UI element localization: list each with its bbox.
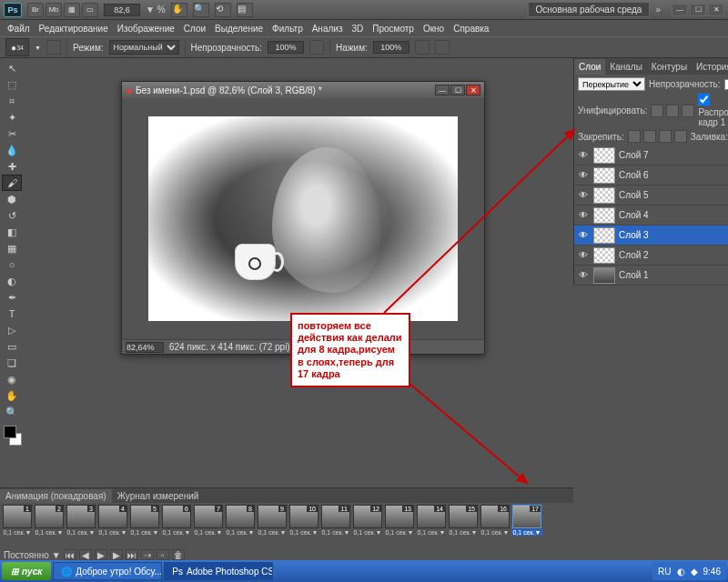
menu-edit[interactable]: Редактирование [39,24,108,34]
airbrush-icon[interactable] [415,40,430,55]
frame[interactable]: 140,1 сек.▼ [416,505,447,547]
visibility-icon[interactable]: 👁 [577,169,590,182]
frame[interactable]: 110,1 сек.▼ [320,505,351,547]
workspace-expand[interactable]: » [655,5,661,15]
brush-tool[interactable]: 🖌 [2,175,22,191]
tab-channels[interactable]: Каналы [605,59,647,75]
gradient-tool[interactable]: ▦ [2,240,22,256]
frame[interactable]: 50,1 сек.▼ [129,505,160,547]
healing-tool[interactable]: ✚ [2,158,22,175]
move-tool[interactable]: ↖ [2,60,22,76]
visibility-icon[interactable]: 👁 [577,189,590,202]
frame[interactable]: 90,1 сек.▼ [257,505,288,547]
blur-tool[interactable]: ○ [2,256,22,273]
opacity-field[interactable] [268,41,304,54]
shape-tool[interactable]: ▭ [2,338,22,355]
layer-row[interactable]: 👁Слой 2 [574,246,728,266]
new-frame-button[interactable]: ▫ [157,549,169,560]
layer-blend-select[interactable]: Перекрытие [578,77,645,91]
unify-style-icon[interactable] [682,105,694,117]
tab-measurement-log[interactable]: Журнал измерений [112,489,205,503]
menu-image[interactable]: Изображение [117,24,175,34]
frame[interactable]: 130,1 сек.▼ [384,505,415,547]
tab-layers[interactable]: Слои [574,59,605,75]
unify-pos-icon[interactable] [651,105,663,117]
frame[interactable]: 70,1 сек.▼ [193,505,224,547]
taskbar-item-1[interactable]: 🌐Доброе утро! Обсу... [53,562,162,580]
lasso-tool[interactable]: ⌗ [2,93,22,109]
doc-min-button[interactable]: — [435,85,450,95]
window-close-button[interactable]: ✕ [708,4,724,16]
hand-tool[interactable]: ✋ [2,387,22,404]
frame[interactable]: 100,1 сек.▼ [288,505,319,547]
prev-frame-button[interactable]: ◀ [79,549,92,560]
workspace-switcher[interactable]: Основная рабочая среда [528,2,651,17]
3d-tool[interactable]: ❏ [2,355,22,371]
play-button[interactable]: ▶ [95,549,107,560]
visibility-icon[interactable]: 👁 [577,249,590,262]
tab-history[interactable]: История [692,59,728,75]
path-tool[interactable]: ▷ [2,322,22,338]
mb-icon[interactable]: Mb [46,3,62,17]
visibility-icon[interactable]: 👁 [577,149,590,162]
doc-zoom-field[interactable] [126,342,164,353]
eyedropper-tool[interactable]: 💧 [2,142,22,158]
frame[interactable]: 150,1 сек.▼ [448,505,479,547]
frame[interactable]: 170,1 сек.▼ [511,505,542,547]
zoom-tool[interactable]: 🔍 [2,404,22,420]
blend-mode-select[interactable]: Нормальный [109,40,179,55]
lock-pixels-icon[interactable] [643,130,656,143]
eraser-tool[interactable]: ◧ [2,224,22,240]
menu-help[interactable]: Справка [453,24,489,34]
marquee-tool[interactable]: ⬚ [2,76,22,93]
visibility-icon[interactable]: 👁 [577,269,590,282]
system-tray[interactable]: RU ◐ ◆ 9:46 [652,562,726,580]
foreground-swatch[interactable] [4,426,16,438]
frame[interactable]: 10,1 сек.▼ [2,505,33,547]
type-tool[interactable]: T [2,306,22,322]
layer-row[interactable]: 👁Слой 4 [574,206,728,226]
history-brush-tool[interactable]: ↺ [2,207,22,224]
unify-vis-icon[interactable] [666,105,679,117]
brush-preset[interactable]: ●34 [5,38,29,56]
frame[interactable]: 40,1 сек.▼ [97,505,128,547]
window-min-button[interactable]: — [672,4,688,16]
layer-row[interactable]: 👁Слой 3 [574,226,728,246]
crop-tool[interactable]: ✂ [2,125,22,142]
taskbar-item-2[interactable]: PsAdobe Photoshop CS... [164,562,273,580]
frame[interactable]: 80,1 сек.▼ [225,505,256,547]
tab-paths[interactable]: Контуры [647,59,692,75]
tray-safe-icon[interactable]: ◆ [691,567,698,577]
last-frame-button[interactable]: ⏭ [126,549,138,560]
view-icon[interactable]: ▦ [64,3,80,17]
tray-lang[interactable]: RU [658,567,671,577]
screen-icon[interactable]: ▭ [82,3,98,17]
arrange-icon[interactable]: ▤ [237,3,253,17]
tray-icon[interactable]: ◐ [677,567,685,577]
lock-trans-icon[interactable] [628,130,641,143]
propagate-check[interactable] [698,94,710,105]
frame[interactable]: 30,1 сек.▼ [66,505,96,547]
visibility-icon[interactable]: 👁 [577,229,590,242]
visibility-icon[interactable]: 👁 [577,209,590,222]
stamp-tool[interactable]: ⬢ [2,191,22,207]
layer-row[interactable]: 👁Слой 5 [574,186,728,206]
menu-analysis[interactable]: Анализ [312,24,343,34]
pressure-size-icon[interactable] [435,40,450,55]
doc-max-button[interactable]: ☐ [450,85,465,95]
layer-opacity-field[interactable] [724,79,728,90]
frame[interactable]: 120,1 сек.▼ [352,505,383,547]
menu-filter[interactable]: Фильтр [272,24,303,34]
frame[interactable]: 160,1 сек.▼ [480,505,511,547]
menu-layer[interactable]: Слои [184,24,206,34]
first-frame-button[interactable]: ⏮ [64,549,76,560]
hand-tool-icon[interactable]: ✋ [171,3,187,17]
start-button[interactable]: ⊞пуск [2,562,51,580]
menu-window[interactable]: Окно [423,24,444,34]
zoom-field[interactable] [104,4,140,16]
menu-select[interactable]: Выделение [215,24,263,34]
bridge-icon[interactable]: Br [27,3,44,17]
loop-select[interactable]: Постоянно [4,550,49,560]
frame[interactable]: 20,1 сек.▼ [34,505,65,547]
lock-pos-icon[interactable] [659,130,672,143]
